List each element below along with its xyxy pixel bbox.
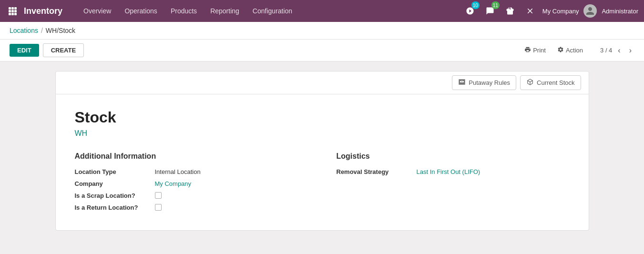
removal-strategy-label: Removal Strategy [337, 168, 413, 175]
tab-putaway-rules[interactable]: Putaway Rules [452, 75, 516, 90]
svg-rect-8 [14, 13, 17, 15]
navbar: Inventory Overview Operations Products R… [0, 0, 644, 22]
return-location-label: Is a Return Location? [75, 204, 151, 211]
nav-overview[interactable]: Overview [77, 0, 118, 22]
gift-icon[interactable] [502, 3, 518, 19]
close-icon[interactable] [522, 3, 538, 19]
field-scrap-location: Is a Scrap Location? [75, 192, 308, 199]
pagination-next[interactable]: › [626, 45, 634, 56]
activities-icon[interactable]: 10 [462, 3, 478, 19]
print-label: Print [533, 47, 546, 54]
company-name[interactable]: My Company [542, 8, 579, 15]
breadcrumb-current: WH/Stock [46, 27, 75, 34]
messages-badge: 11 [491, 1, 500, 9]
additional-info-title: Additional Information [75, 152, 308, 161]
grid-menu-icon[interactable] [6, 4, 19, 18]
logistics-section: Logistics Removal Strategy Last In First… [337, 152, 570, 216]
pagination-text: 3 / 4 [600, 47, 612, 54]
navbar-right: 10 11 My Company Administrator [462, 3, 638, 19]
svg-rect-4 [11, 10, 14, 12]
putaway-rules-label: Putaway Rules [469, 79, 510, 86]
svg-rect-6 [9, 13, 11, 15]
company-value[interactable]: My Company [155, 180, 192, 187]
stock-icon [526, 78, 534, 87]
gear-icon [557, 46, 564, 54]
sections-row: Additional Information Location Type Int… [75, 152, 570, 216]
svg-rect-5 [14, 10, 17, 12]
record-title: Stock [75, 109, 570, 126]
activities-badge: 10 [471, 1, 480, 9]
nav-reporting[interactable]: Reporting [204, 0, 246, 22]
action-bar: EDIT CREATE Print Action 3 / 4 ‹ › [0, 40, 644, 61]
current-stock-label: Current Stock [537, 79, 574, 86]
breadcrumb: Locations / WH/Stock [0, 22, 644, 40]
record-body: Stock WH Additional Information Location… [56, 94, 589, 230]
logistics-title: Logistics [337, 152, 570, 161]
svg-rect-7 [11, 13, 14, 15]
pagination-prev[interactable]: ‹ [615, 45, 623, 56]
removal-strategy-value[interactable]: Last In First Out (LIFO) [417, 168, 480, 175]
record-tabs: Putaway Rules Current Stock [56, 71, 589, 94]
record-card: Putaway Rules Current Stock Stock WH Add… [55, 71, 589, 231]
return-location-checkbox[interactable] [155, 204, 162, 211]
putaway-icon [458, 78, 466, 87]
scrap-location-label: Is a Scrap Location? [75, 192, 151, 199]
field-company: Company My Company [75, 180, 308, 187]
print-icon [524, 46, 531, 54]
avatar[interactable] [583, 4, 597, 18]
print-button[interactable]: Print [521, 44, 550, 56]
svg-rect-2 [14, 7, 17, 10]
additional-info-section: Additional Information Location Type Int… [75, 152, 308, 216]
svg-rect-0 [9, 7, 11, 10]
record-subtitle: WH [75, 129, 570, 138]
breadcrumb-parent[interactable]: Locations [10, 27, 38, 34]
messages-icon[interactable]: 11 [482, 3, 498, 19]
tab-current-stock[interactable]: Current Stock [520, 75, 581, 90]
company-label: Company [75, 180, 151, 187]
svg-rect-1 [11, 7, 14, 10]
field-return-location: Is a Return Location? [75, 204, 308, 211]
location-type-label: Location Type [75, 168, 151, 175]
breadcrumb-separator: / [41, 27, 43, 34]
nav-products[interactable]: Products [164, 0, 204, 22]
app-title: Inventory [24, 6, 62, 16]
admin-label: Administrator [602, 8, 638, 15]
location-type-value: Internal Location [155, 168, 201, 175]
scrap-location-checkbox[interactable] [155, 192, 162, 199]
field-location-type: Location Type Internal Location [75, 168, 308, 175]
create-button[interactable]: CREATE [43, 43, 84, 57]
field-removal-strategy: Removal Strategy Last In First Out (LIFO… [337, 168, 570, 175]
action-button[interactable]: Action [553, 44, 587, 56]
svg-rect-3 [9, 10, 11, 12]
action-label: Action [566, 47, 583, 54]
nav-operations[interactable]: Operations [118, 0, 164, 22]
nav-configuration[interactable]: Configuration [246, 0, 299, 22]
pagination: 3 / 4 ‹ › [600, 45, 634, 56]
main-content: Putaway Rules Current Stock Stock WH Add… [0, 61, 644, 249]
edit-button[interactable]: EDIT [10, 44, 39, 57]
nav-menu: Overview Operations Products Reporting C… [77, 0, 462, 22]
